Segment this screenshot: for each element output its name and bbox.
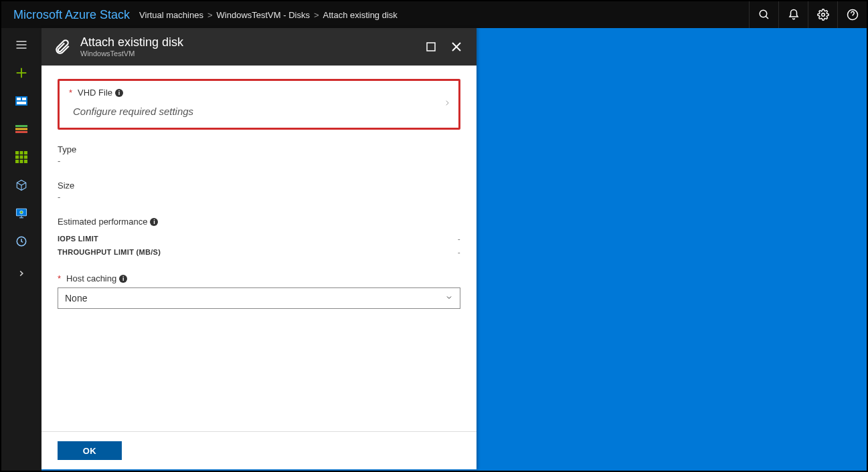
breadcrumb-disks[interactable]: WindowsTestVM - Disks (217, 10, 310, 20)
performance-table: IOPS LIMIT - THROUGHPUT LIMIT (MB/S) - (58, 232, 460, 259)
breadcrumb-separator: > (207, 10, 213, 20)
blade-header: Attach existing disk WindowsTestVM (41, 28, 476, 66)
svg-rect-15 (15, 128, 27, 130)
info-icon[interactable]: i (150, 218, 158, 226)
sidebar (1, 28, 41, 471)
vhd-file-selector[interactable]: * VHD File i Configure required settings (58, 79, 460, 130)
svg-rect-12 (22, 98, 26, 100)
type-label: Type (58, 144, 460, 154)
svg-line-1 (766, 16, 768, 19)
perf-iops-label: IOPS LIMIT (58, 235, 98, 243)
svg-point-27 (20, 211, 23, 214)
svg-rect-18 (20, 151, 23, 154)
svg-rect-23 (15, 160, 19, 163)
notifications-icon[interactable] (778, 1, 808, 28)
perf-row-iops: IOPS LIMIT - (58, 232, 460, 245)
svg-rect-25 (24, 160, 27, 163)
host-caching-label: * Host caching i (58, 273, 460, 283)
search-icon[interactable] (749, 1, 778, 28)
svg-rect-31 (427, 43, 435, 51)
performance-label-text: Estimated performance (58, 217, 147, 227)
maximize-icon[interactable] (419, 35, 443, 59)
help-icon[interactable] (837, 1, 867, 28)
perf-throughput-value: - (458, 248, 460, 256)
breadcrumb-vm[interactable]: Virtual machines (139, 10, 203, 20)
breadcrumb-separator: > (314, 10, 319, 20)
svg-point-0 (760, 10, 767, 17)
attachment-icon (52, 37, 72, 57)
svg-rect-17 (15, 151, 19, 154)
new-icon[interactable] (1, 59, 41, 87)
breadcrumbs: Virtual machines > WindowsTestVM - Disks… (139, 10, 398, 20)
svg-rect-14 (15, 125, 27, 127)
info-icon[interactable]: i (115, 89, 123, 97)
blade-title: Attach existing disk (80, 36, 183, 49)
blade-body: * VHD File i Configure required settings… (41, 66, 476, 431)
required-asterisk: * (69, 88, 72, 98)
chevron-right-icon (444, 98, 450, 111)
perf-row-throughput: THROUGHPUT LIMIT (MB/S) - (58, 245, 460, 259)
type-value: - (58, 156, 460, 166)
svg-rect-21 (20, 156, 23, 159)
svg-rect-20 (15, 156, 19, 159)
blade-subtitle: WindowsTestVM (80, 49, 183, 57)
ok-button[interactable]: OK (58, 441, 122, 460)
perf-iops-value: - (458, 235, 460, 243)
vhd-file-label: * VHD File i (69, 88, 449, 98)
cube-icon[interactable] (1, 171, 41, 199)
size-value: - (58, 192, 460, 202)
dashboard-icon[interactable] (1, 87, 41, 115)
recent-icon[interactable] (1, 227, 41, 255)
host-caching-select[interactable]: None (58, 287, 460, 309)
top-icon-group (749, 1, 867, 28)
all-resources-icon[interactable] (1, 143, 41, 171)
performance-label: Estimated performance i (58, 217, 460, 227)
svg-rect-16 (15, 131, 27, 133)
info-icon[interactable]: i (119, 275, 127, 283)
chevron-down-icon (445, 293, 453, 304)
top-bar: Microsoft Azure Stack Virtual machines >… (1, 1, 867, 28)
expand-icon[interactable] (1, 259, 41, 287)
svg-rect-22 (24, 156, 27, 159)
close-icon[interactable] (444, 35, 468, 59)
perf-throughput-label: THROUGHPUT LIMIT (MB/S) (58, 248, 161, 256)
svg-rect-13 (17, 102, 26, 104)
resource-groups-icon[interactable] (1, 115, 41, 143)
hamburger-icon[interactable] (1, 31, 41, 59)
size-label: Size (58, 181, 460, 191)
attach-disk-blade: Attach existing disk WindowsTestVM * VHD… (41, 28, 476, 469)
svg-rect-19 (24, 151, 27, 154)
monitor-icon[interactable] (1, 199, 41, 227)
blade-footer: OK (41, 431, 476, 469)
required-asterisk: * (58, 273, 61, 283)
brand-label[interactable]: Microsoft Azure Stack (1, 8, 139, 22)
svg-point-2 (821, 13, 824, 17)
host-caching-label-text: Host caching (66, 273, 116, 283)
settings-icon[interactable] (808, 1, 837, 28)
svg-rect-24 (20, 160, 23, 163)
breadcrumb-attach[interactable]: Attach existing disk (323, 10, 398, 20)
host-caching-value: None (65, 293, 87, 304)
vhd-file-label-text: VHD File (78, 88, 112, 98)
svg-rect-11 (17, 98, 21, 100)
vhd-file-placeholder: Configure required settings (69, 102, 449, 117)
